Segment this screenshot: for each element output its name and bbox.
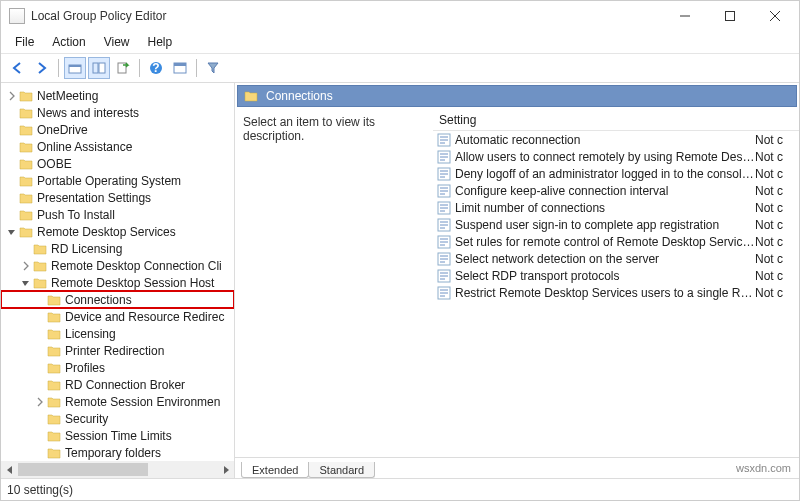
chevron-right-icon[interactable] bbox=[5, 91, 19, 101]
tree-item[interactable]: Remote Desktop Session Host bbox=[1, 274, 234, 291]
back-button[interactable] bbox=[7, 57, 29, 79]
setting-state: Not c bbox=[755, 167, 795, 181]
setting-row[interactable]: Allow users to connect remotely by using… bbox=[433, 148, 799, 165]
setting-state: Not c bbox=[755, 218, 795, 232]
tree-item[interactable]: Printer Redirection bbox=[1, 342, 234, 359]
setting-state: Not c bbox=[755, 201, 795, 215]
tab-standard[interactable]: Standard bbox=[308, 462, 375, 478]
setting-state: Not c bbox=[755, 184, 795, 198]
export-button[interactable] bbox=[112, 57, 134, 79]
setting-name: Restrict Remote Desktop Services users t… bbox=[455, 286, 755, 300]
tree-item[interactable]: Session Time Limits bbox=[1, 427, 234, 444]
menu-help[interactable]: Help bbox=[140, 33, 181, 51]
menu-file[interactable]: File bbox=[7, 33, 42, 51]
setting-row[interactable]: Limit number of connectionsNot c bbox=[433, 199, 799, 216]
close-button[interactable] bbox=[752, 2, 797, 30]
setting-state: Not c bbox=[755, 286, 795, 300]
chevron-right-icon[interactable] bbox=[19, 261, 33, 271]
setting-row[interactable]: Deny logoff of an administrator logged i… bbox=[433, 165, 799, 182]
setting-name: Configure keep-alive connection interval bbox=[455, 184, 755, 198]
tree-item[interactable]: Portable Operating System bbox=[1, 172, 234, 189]
setting-row[interactable]: Restrict Remote Desktop Services users t… bbox=[433, 284, 799, 301]
tree-item-label: Push To Install bbox=[37, 208, 115, 222]
scroll-right-button[interactable] bbox=[217, 461, 234, 478]
tree-item-label: OOBE bbox=[37, 157, 72, 171]
tree-item[interactable]: Remote Session Environmen bbox=[1, 393, 234, 410]
setting-row[interactable]: Set rules for remote control of Remote D… bbox=[433, 233, 799, 250]
panel-title: Connections bbox=[266, 89, 333, 103]
window-title: Local Group Policy Editor bbox=[31, 9, 662, 23]
tree-item-label: Portable Operating System bbox=[37, 174, 181, 188]
setting-state: Not c bbox=[755, 133, 795, 147]
setting-row[interactable]: Select RDP transport protocolsNot c bbox=[433, 267, 799, 284]
setting-name: Select network detection on the server bbox=[455, 252, 755, 266]
tree-item-label: NetMeeting bbox=[37, 89, 98, 103]
setting-row[interactable]: Select network detection on the serverNo… bbox=[433, 250, 799, 267]
setting-row[interactable]: Configure keep-alive connection interval… bbox=[433, 182, 799, 199]
setting-name: Select RDP transport protocols bbox=[455, 269, 755, 283]
tree-item[interactable]: News and interests bbox=[1, 104, 234, 121]
column-headers[interactable]: Setting bbox=[433, 109, 799, 131]
tree-item[interactable]: OOBE bbox=[1, 155, 234, 172]
minimize-button[interactable] bbox=[662, 2, 707, 30]
tree-item[interactable]: Online Assistance bbox=[1, 138, 234, 155]
tab-extended[interactable]: Extended bbox=[241, 462, 309, 478]
tree-item[interactable]: Remote Desktop Connection Cli bbox=[1, 257, 234, 274]
scroll-left-button[interactable] bbox=[1, 461, 18, 478]
properties-button[interactable] bbox=[169, 57, 191, 79]
tree-item-label: RD Connection Broker bbox=[65, 378, 185, 392]
maximize-button[interactable] bbox=[707, 2, 752, 30]
svg-rect-1 bbox=[725, 12, 734, 21]
tree-item-label: Online Assistance bbox=[37, 140, 132, 154]
tree-item[interactable]: Device and Resource Redirec bbox=[1, 308, 234, 325]
tree-item-label: Session Time Limits bbox=[65, 429, 172, 443]
tree-item[interactable]: RD Connection Broker bbox=[1, 376, 234, 393]
tree-item-label: Temporary folders bbox=[65, 446, 161, 460]
help-button[interactable]: ? bbox=[145, 57, 167, 79]
setting-row[interactable]: Automatic reconnectionNot c bbox=[433, 131, 799, 148]
settings-rows[interactable]: Automatic reconnectionNot cAllow users t… bbox=[433, 131, 799, 457]
setting-name: Suspend user sign-in to complete app reg… bbox=[455, 218, 755, 232]
scroll-track[interactable] bbox=[18, 461, 217, 478]
menu-view[interactable]: View bbox=[96, 33, 138, 51]
tree-item[interactable]: Remote Desktop Services bbox=[1, 223, 234, 240]
setting-name: Deny logoff of an administrator logged i… bbox=[455, 167, 755, 181]
setting-name: Automatic reconnection bbox=[455, 133, 755, 147]
chevron-down-icon[interactable] bbox=[5, 227, 19, 237]
tree-item[interactable]: Presentation Settings bbox=[1, 189, 234, 206]
tree-item[interactable]: Security bbox=[1, 410, 234, 427]
tree-item[interactable]: OneDrive bbox=[1, 121, 234, 138]
forward-button[interactable] bbox=[31, 57, 53, 79]
tree-item[interactable]: Connections bbox=[1, 291, 234, 308]
tree-item-label: Profiles bbox=[65, 361, 105, 375]
chevron-right-icon[interactable] bbox=[33, 397, 47, 407]
setting-state: Not c bbox=[755, 269, 795, 283]
column-setting[interactable]: Setting bbox=[439, 113, 753, 127]
tree-item[interactable]: Push To Install bbox=[1, 206, 234, 223]
tree-item[interactable]: Temporary folders bbox=[1, 444, 234, 461]
settings-list: Setting Automatic reconnectionNot cAllow… bbox=[433, 109, 799, 457]
content-area: Select an item to view its description. … bbox=[235, 109, 799, 457]
view-tabs: Extended Standard bbox=[235, 457, 799, 478]
tree-item[interactable]: Profiles bbox=[1, 359, 234, 376]
tree-view[interactable]: NetMeetingNews and interestsOneDriveOnli… bbox=[1, 87, 234, 461]
tree-item-label: Device and Resource Redirec bbox=[65, 310, 224, 324]
menu-action[interactable]: Action bbox=[44, 33, 93, 51]
separator-icon bbox=[196, 59, 197, 77]
up-level-button[interactable] bbox=[64, 57, 86, 79]
tree-item-label: Security bbox=[65, 412, 108, 426]
tree-item[interactable]: RD Licensing bbox=[1, 240, 234, 257]
panel-header: Connections bbox=[237, 85, 797, 107]
tree-item-label: Connections bbox=[65, 293, 132, 307]
main-split: NetMeetingNews and interestsOneDriveOnli… bbox=[1, 83, 799, 478]
filter-button[interactable] bbox=[202, 57, 224, 79]
horizontal-scrollbar[interactable] bbox=[1, 461, 234, 478]
tree-item-label: Remote Session Environmen bbox=[65, 395, 220, 409]
show-tree-button[interactable] bbox=[88, 57, 110, 79]
tree-item[interactable]: NetMeeting bbox=[1, 87, 234, 104]
scroll-thumb[interactable] bbox=[18, 463, 148, 476]
chevron-down-icon[interactable] bbox=[19, 278, 33, 288]
tree-item[interactable]: Licensing bbox=[1, 325, 234, 342]
setting-state: Not c bbox=[755, 150, 795, 164]
setting-row[interactable]: Suspend user sign-in to complete app reg… bbox=[433, 216, 799, 233]
